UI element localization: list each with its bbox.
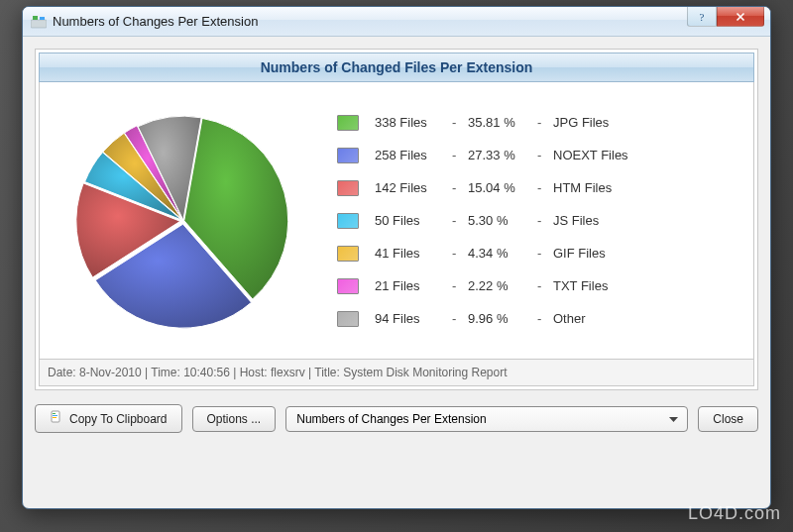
- legend-label: TXT Files: [553, 278, 736, 293]
- legend-row: 41 Files-4.34 %-GIF Files: [337, 237, 736, 269]
- legend-row: 258 Files-27.33 %-NOEXT Files: [337, 139, 736, 171]
- legend-percent: 2.22 %: [468, 278, 537, 293]
- svg-rect-6: [52, 411, 59, 422]
- pie-chart: [50, 97, 317, 345]
- legend-swatch: [337, 148, 359, 163]
- legend-swatch: [337, 213, 359, 229]
- legend-swatch: [337, 246, 359, 262]
- legend-label: HTM Files: [553, 180, 736, 195]
- legend-label: Other: [553, 311, 736, 326]
- titlebar[interactable]: Numbers of Changes Per Extension ?: [23, 7, 770, 37]
- close-button-label: Close: [713, 412, 743, 426]
- legend-percent: 9.96 %: [468, 311, 537, 326]
- dialog-window: Numbers of Changes Per Extension ? Numbe…: [22, 6, 771, 509]
- legend-label: JPG Files: [553, 115, 736, 130]
- window-close-button[interactable]: [717, 7, 764, 27]
- svg-rect-9: [53, 417, 57, 418]
- legend-swatch: [337, 180, 359, 196]
- chart-panel: Numbers of Changed Files Per Extension 3…: [35, 49, 758, 390]
- button-row: Copy To Clipboard Options ... Numbers of…: [35, 404, 758, 433]
- legend-swatch: [337, 115, 359, 131]
- options-button[interactable]: Options ...: [192, 406, 277, 432]
- svg-rect-1: [33, 16, 38, 20]
- watermark: LO4D.com: [688, 503, 781, 524]
- chart-legend: 338 Files-35.81 %-JPG Files258 Files-27.…: [337, 106, 736, 335]
- legend-label: NOEXT Files: [553, 148, 736, 162]
- clipboard-icon: [50, 410, 63, 427]
- legend-row: 142 Files-15.04 %-HTM Files: [337, 171, 736, 204]
- svg-text:?: ?: [700, 11, 705, 23]
- app-icon: [31, 14, 47, 30]
- close-button[interactable]: Close: [698, 406, 758, 432]
- legend-count: 94 Files: [375, 311, 452, 326]
- legend-percent: 4.34 %: [468, 246, 537, 261]
- svg-rect-8: [53, 415, 57, 416]
- legend-label: GIF Files: [553, 246, 736, 261]
- legend-count: 50 Files: [375, 213, 452, 228]
- view-select[interactable]: Numbers of Changes Per Extension: [285, 406, 688, 432]
- options-button-label: Options ...: [207, 412, 262, 426]
- status-bar: Date: 8-Nov-2010 | Time: 10:40:56 | Host…: [39, 360, 754, 386]
- legend-row: 338 Files-35.81 %-JPG Files: [337, 106, 736, 139]
- legend-label: JS Files: [553, 213, 736, 228]
- legend-percent: 27.33 %: [468, 148, 537, 162]
- legend-count: 142 Files: [375, 180, 452, 195]
- window-title: Numbers of Changes Per Extension: [53, 14, 258, 29]
- select-value: Numbers of Changes Per Extension: [296, 412, 486, 426]
- legend-count: 258 Files: [375, 148, 452, 162]
- legend-swatch: [337, 278, 359, 294]
- legend-percent: 35.81 %: [468, 115, 537, 130]
- titlebar-buttons: ?: [687, 7, 770, 29]
- legend-count: 41 Files: [375, 246, 452, 261]
- legend-percent: 15.04 %: [468, 180, 537, 195]
- panel-body: 338 Files-35.81 %-JPG Files258 Files-27.…: [39, 82, 754, 360]
- panel-title: Numbers of Changed Files Per Extension: [39, 53, 754, 82]
- legend-swatch: [337, 311, 359, 327]
- legend-row: 21 Files-2.22 %-TXT Files: [337, 269, 736, 302]
- copy-button-label: Copy To Clipboard: [69, 412, 168, 426]
- legend-row: 50 Files-5.30 %-JS Files: [337, 204, 736, 237]
- dialog-content: Numbers of Changed Files Per Extension 3…: [23, 37, 770, 445]
- help-button[interactable]: ?: [687, 7, 717, 27]
- copy-to-clipboard-button[interactable]: Copy To Clipboard: [35, 404, 182, 433]
- svg-rect-0: [31, 20, 47, 28]
- svg-rect-2: [40, 17, 45, 20]
- legend-count: 338 Files: [375, 115, 452, 130]
- legend-row: 94 Files-9.96 %-Other: [337, 302, 736, 335]
- legend-count: 21 Files: [375, 278, 452, 293]
- legend-percent: 5.30 %: [468, 213, 537, 228]
- svg-rect-7: [53, 413, 56, 414]
